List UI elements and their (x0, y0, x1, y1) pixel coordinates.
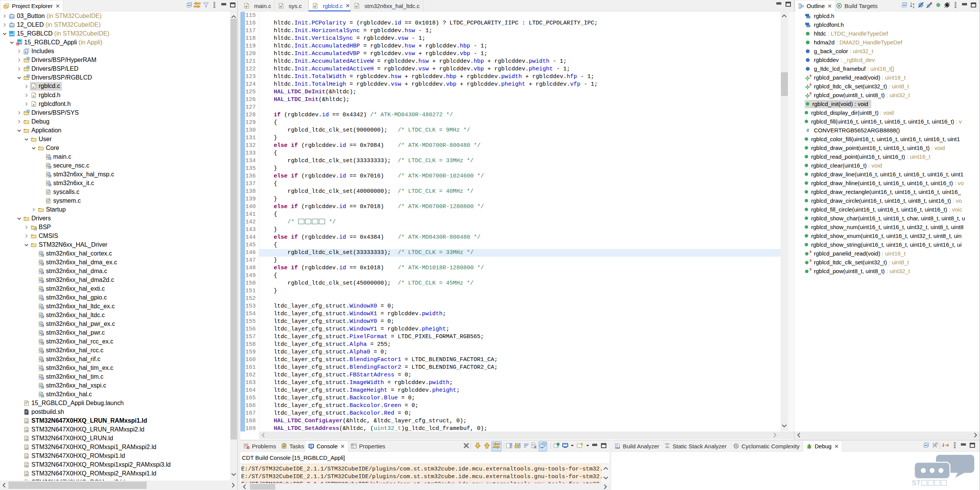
svg-text:LD: LD (25, 430, 28, 432)
svg-text:c: c (40, 358, 42, 360)
svg-text:c: c (47, 199, 49, 202)
svg-text:h: h (25, 50, 27, 54)
svg-text:c: c (40, 314, 42, 316)
svg-text:c: c (40, 375, 42, 378)
svg-text:.c: .c (356, 5, 358, 8)
svg-text:LD: LD (25, 456, 28, 458)
svg-text:c: c (40, 322, 42, 325)
svg-text:c: c (40, 366, 42, 369)
svg-text:c: c (40, 278, 42, 281)
svg-text:c: c (40, 270, 42, 272)
svg-text:.h: .h (32, 94, 34, 97)
svg-text:c: c (47, 190, 49, 193)
svg-text:LD: LD (25, 465, 28, 467)
svg-text:c: c (47, 155, 49, 158)
svg-text:010: 010 (616, 446, 620, 449)
svg-text:LD: LD (25, 438, 28, 441)
svg-text:c: c (40, 261, 42, 264)
svg-text:LD: LD (25, 474, 28, 476)
svg-text:.h: .h (32, 103, 34, 106)
svg-text:c: c (40, 296, 42, 299)
svg-text:IDE: IDE (10, 33, 13, 35)
svg-text:.c: .c (245, 5, 248, 8)
svg-text:.c: .c (314, 5, 316, 8)
svg-text:i: i (942, 442, 944, 448)
svg-text:c: c (40, 305, 42, 308)
svg-text:c: c (40, 393, 42, 396)
svg-text:c: c (40, 349, 42, 352)
svg-text:c: c (40, 340, 42, 343)
svg-text:c: c (40, 252, 42, 255)
svg-text:c: c (47, 182, 49, 184)
svg-text:c: c (47, 173, 49, 176)
svg-text:.c: .c (280, 5, 282, 8)
svg-text:z: z (913, 5, 915, 9)
svg-text:x: x (17, 42, 18, 45)
svg-text:LD: LD (25, 421, 28, 423)
svg-text:c: c (40, 384, 42, 387)
svg-text:LD: LD (25, 447, 28, 449)
svg-text:c: c (40, 287, 42, 290)
svg-text:.c: .c (32, 86, 34, 88)
svg-text:c: c (47, 164, 49, 167)
svg-text:c: c (40, 331, 42, 334)
